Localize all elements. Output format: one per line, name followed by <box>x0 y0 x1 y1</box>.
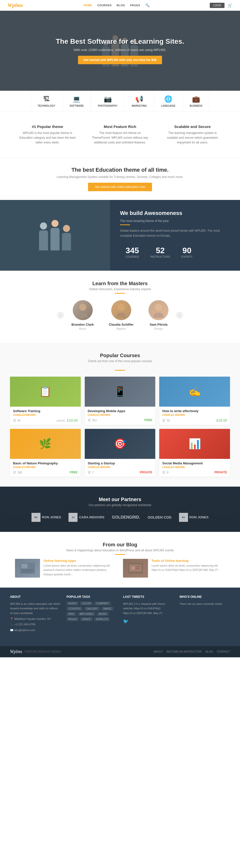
blog-card-2: Tools of Online learning Lorem ipsum dol… <box>123 559 225 578</box>
marketing-icon: 📢 <box>135 95 143 103</box>
course-title-1: Software Training <box>13 409 78 413</box>
category-bar: 🏗 Technology 💻 Software 📷 Photography 📢 … <box>0 91 240 112</box>
tag-mp4video[interactable]: MP4 VIDEO <box>78 612 95 616</box>
dark-awesomeness-section: We build Awesomeness The most amazing th… <box>0 200 240 271</box>
stat-events: 90 Events <box>176 243 198 261</box>
footer-link-contact[interactable]: CONTACT <box>217 650 230 653</box>
feature-popular: #1 Popular theme WPLMS is the most popul… <box>15 122 80 148</box>
cart-small-icon-4: 🛒 <box>13 471 17 474</box>
nav-pages[interactable]: PAGES <box>130 4 140 7</box>
course-info-1: Software Training CHARLES BROWN 🛒 41 £39… <box>10 407 81 425</box>
hero-cta-button[interactable]: Get started with WPLMS with only one-tim… <box>78 56 162 64</box>
course-title-2: Developing Mobile Apps <box>88 409 152 413</box>
footer-link-instructor[interactable]: BECOME AN INSTRUCTOR <box>167 650 202 653</box>
category-marketing[interactable]: 📢 Marketing <box>125 91 154 112</box>
svg-rect-4 <box>21 564 28 568</box>
tag-gallery[interactable]: GALLERY <box>84 607 100 611</box>
claudia-avatar <box>111 300 131 320</box>
course-card-4[interactable]: 🌿 Basic of Nature Photography CHARLES BR… <box>10 429 81 476</box>
course-card-2[interactable]: 📱 Developing Mobile Apps CHARLES BROWN 🛒… <box>85 377 155 425</box>
course-footer-6: 🛒 0 PRIVATE <box>162 471 227 474</box>
prev-instructor-button[interactable]: ‹ <box>57 312 64 319</box>
site-logo[interactable]: Wplms <box>7 2 23 8</box>
best-theme-subtitle: Learning Management System suitable for … <box>10 175 230 179</box>
instructors-label: Instructors <box>150 255 170 258</box>
footer-link-about[interactable]: ABOUT <box>153 650 163 653</box>
masters-section: Learn from the Masters Global instructor… <box>0 271 240 343</box>
footer-online-col: WHO'S ONLINE There are no users currentl… <box>180 595 230 633</box>
category-technology[interactable]: 🏗 Technology <box>30 91 62 112</box>
next-instructor-button[interactable]: › <box>176 312 183 319</box>
category-business[interactable]: 💼 Business <box>183 91 210 112</box>
nav-home[interactable]: HOME <box>84 4 92 7</box>
instructor-sam: Sam Pitrola Design <box>141 298 176 333</box>
footer-tweet-text: WPLMS 2.0.1 released with Demo switcher … <box>123 601 174 616</box>
category-photography[interactable]: 📷 Photography <box>91 91 125 112</box>
course-rating-4: 🛒 102 <box>13 471 22 474</box>
nav-courses[interactable]: COURSES <box>97 4 112 7</box>
svg-rect-6 <box>21 571 31 572</box>
footer-tagline: TEMPLATE DESIGN & THEMES <box>24 650 61 653</box>
tag-music[interactable]: MUSIC <box>97 612 109 616</box>
cart-icon[interactable]: 🛒 <box>228 3 233 8</box>
brandon-avatar <box>73 300 93 320</box>
footer-about-text: WPLMS is an online education site which … <box>10 601 60 616</box>
awesomeness-subtitle: The most amazing theme of the year <box>120 218 230 223</box>
partner-box-5: RJ <box>179 513 188 522</box>
tag-msg[interactable]: MSG <box>66 612 76 616</box>
courses-subtitle: Check out from one of the most popular c… <box>10 360 230 363</box>
tag-company[interactable]: COMPANY <box>94 601 111 605</box>
map-icon: 📍 <box>10 617 13 620</box>
tag-audio[interactable]: AUDIO <box>66 601 79 605</box>
category-software[interactable]: 💻 Software <box>62 91 91 112</box>
course-card-5[interactable]: 🎯 Starting a Startup CHARLES BROWN 🛒 7 P… <box>85 429 155 476</box>
partners-content: Meet our Partners Our partners are globa… <box>10 497 230 522</box>
course-author-6: CHARLES BROWN <box>162 466 227 469</box>
footer-bottom: Wplms TEMPLATE DESIGN & THEMES ABOUT BEC… <box>0 646 240 657</box>
tag-image[interactable]: IMAGE <box>101 607 113 611</box>
courses-title: Popular Courses <box>10 353 230 359</box>
stat-courses: 345 Courses <box>120 243 145 261</box>
course-info-3: How to write effectively CHARLES BROWN 🛒… <box>159 407 230 425</box>
technology-label: Technology <box>37 104 55 107</box>
tag-country[interactable]: COUNTRY <box>66 607 83 611</box>
course-title-3: How to write effectively <box>162 409 227 413</box>
feature-rich-title: Most Feature Rich <box>90 124 150 129</box>
tag-space[interactable]: SPACE <box>80 617 92 621</box>
category-language[interactable]: 🌐 Language <box>154 91 182 112</box>
course-thumb-2: 📱 <box>85 377 155 407</box>
blog-title: From our Blog <box>15 542 225 548</box>
blog-post-excerpt-1: Lorem ipsum dolor sit amet, consectetur … <box>43 564 117 577</box>
course-rating-3: 🛒 31 <box>162 418 170 422</box>
tag-color[interactable]: COLOR <box>80 601 93 605</box>
course-thumb-6: 📊 <box>159 429 230 459</box>
blog-post-title-1: Online learning Apps <box>43 559 117 563</box>
best-theme-title: The best Education theme of all time. <box>10 167 230 173</box>
partner-ron-jones-1: RJ RON JONES <box>31 513 61 522</box>
footer-link-blog[interactable]: BLOG <box>206 650 213 653</box>
courses-divider <box>115 370 125 371</box>
course-card-3[interactable]: ✍️ How to write effectively CHARLES BROW… <box>159 377 230 425</box>
best-theme-cta-button[interactable]: Get started with online education now <box>88 183 152 191</box>
blog-content-2: Tools of Online learning Lorem ipsum dol… <box>151 559 225 578</box>
course-price-1: £39.00 £19.00 <box>57 418 78 423</box>
dark-right-content: We build Awesomeness The most amazing th… <box>110 200 240 271</box>
course-card-1[interactable]: 📋 Software Training CHARLES BROWN 🛒 41 £… <box>10 377 81 425</box>
nav-blog[interactable]: BLOG <box>117 4 125 7</box>
awesomeness-title: We build Awesomeness <box>120 210 230 216</box>
course-thumb-1: 📋 <box>10 377 81 407</box>
header: Wplms HOME COURSES BLOG PAGES 🔍 LOGIN 🛒 <box>0 0 240 11</box>
footer-about-title: ABOUT <box>10 595 60 598</box>
course-footer-4: 🛒 102 FREE <box>13 471 78 474</box>
course-card-6[interactable]: 📊 Social Media Management CHARLES BROWN … <box>159 429 230 476</box>
login-button[interactable]: LOGIN <box>210 3 224 8</box>
cart-small-icon: 🛒 <box>13 418 17 422</box>
search-icon[interactable]: 🔍 <box>145 3 150 7</box>
tag-rules[interactable]: RULES <box>66 617 79 621</box>
blog-thumb-1 <box>15 559 40 578</box>
dark-left-image <box>0 200 110 271</box>
sam-avatar <box>149 300 169 320</box>
tag-world[interactable]: WORLD B <box>94 617 110 621</box>
hero-title: The Best Software for eLearning Sites. <box>56 37 184 45</box>
accent-underline <box>120 224 130 225</box>
